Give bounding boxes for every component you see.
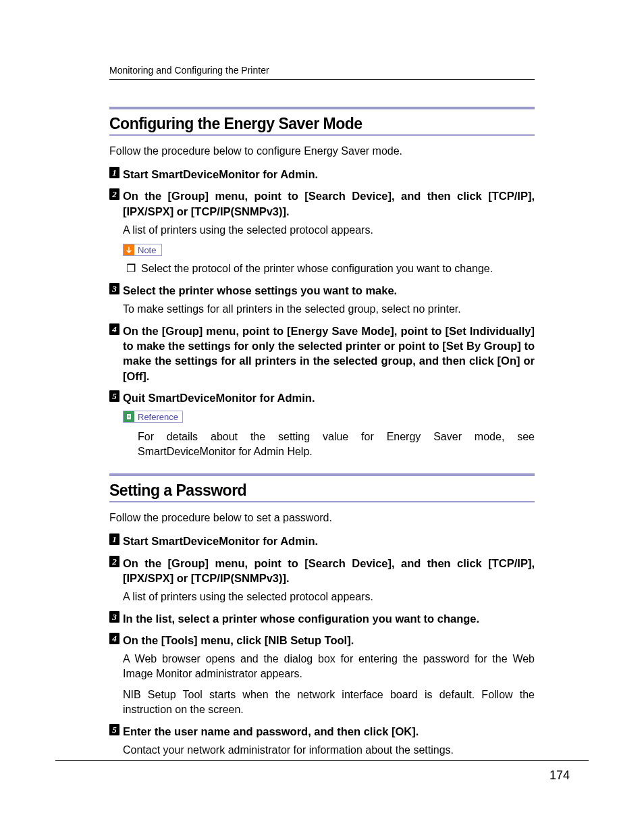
page-number: 174: [549, 768, 570, 783]
step-title: On the [Group] menu, point to [Search De…: [123, 556, 535, 586]
step-1: 1 Start SmartDeviceMonitor for Admin.: [109, 167, 535, 182]
step-number-icon: 5: [109, 724, 119, 735]
step-body: NIB Setup Tool starts when the network i…: [123, 687, 535, 716]
svg-text:2: 2: [111, 556, 117, 567]
section-rule-top: [109, 107, 535, 109]
footer-rule: [55, 760, 589, 761]
step-title: Start SmartDeviceMonitor for Admin.: [123, 533, 535, 548]
note-item: ❐ Select the protocol of the printer who…: [123, 261, 535, 276]
section-rule-bottom: [109, 501, 535, 502]
step-body: A list of printers using the selected pr…: [123, 590, 535, 604]
reference-label: Reference: [134, 412, 182, 422]
note-badge: Note: [123, 244, 162, 256]
step-title: Quit SmartDeviceMonitor for Admin.: [123, 390, 535, 405]
step-title: On the [Tools] menu, click [NIB Setup To…: [123, 633, 535, 648]
step-5: 5 Enter the user name and password, and …: [109, 724, 535, 758]
step-number-icon: 1: [109, 533, 119, 545]
step-number-icon: 5: [109, 390, 119, 402]
step-2: 2 On the [Group] menu, point to [Search …: [109, 556, 535, 604]
step-number-icon: 4: [109, 323, 119, 335]
svg-text:5: 5: [112, 725, 117, 735]
step-3: 3 In the list, select a printer whose co…: [109, 611, 535, 626]
section-intro: Follow the procedure below to configure …: [109, 145, 535, 157]
page-header: Monitoring and Configuring the Printer: [109, 65, 269, 76]
reference-badge: Reference: [123, 411, 183, 423]
section-heading: Configuring the Energy Saver Mode: [109, 115, 535, 133]
step-title: Enter the user name and password, and th…: [123, 724, 535, 739]
step-number-icon: 3: [109, 283, 119, 294]
svg-text:4: 4: [111, 324, 117, 334]
note-text: Select the protocol of the printer whose…: [141, 261, 535, 276]
svg-rect-10: [127, 414, 131, 419]
step-4: 4 On the [Group] menu, point to [Energy …: [109, 323, 535, 384]
note-label: Note: [134, 245, 161, 255]
step-5: 5 Quit SmartDeviceMonitor for Admin. Ref…: [109, 390, 535, 459]
section-intro: Follow the procedure below to set a pass…: [109, 512, 535, 524]
step-title: On the [Group] menu, point to [Search De…: [123, 188, 535, 219]
step-number-icon: 2: [109, 556, 119, 567]
step-title: Start SmartDeviceMonitor for Admin.: [123, 167, 535, 182]
section-rule-top: [109, 473, 535, 476]
reference-icon: [124, 411, 134, 422]
step-number-icon: 3: [109, 611, 119, 623]
down-arrow-icon: [124, 244, 134, 255]
svg-text:2: 2: [111, 189, 117, 199]
step-1: 1 Start SmartDeviceMonitor for Admin.: [109, 533, 535, 548]
step-2: 2 On the [Group] menu, point to [Search …: [109, 188, 535, 276]
step-body: A Web browser opens and the dialog box f…: [123, 652, 535, 681]
step-4: 4 On the [Tools] menu, click [NIB Setup …: [109, 633, 535, 717]
svg-text:3: 3: [111, 284, 117, 294]
step-number-icon: 4: [109, 633, 119, 644]
svg-text:1: 1: [112, 167, 117, 178]
svg-text:1: 1: [112, 534, 117, 544]
step-title: Select the printer whose settings you wa…: [123, 283, 535, 298]
bullet-icon: ❐: [126, 261, 141, 276]
step-body: To make settings for all printers in the…: [123, 302, 535, 317]
reference-text: For details about the setting value for …: [123, 429, 535, 459]
step-3: 3 Select the printer whose settings you …: [109, 283, 535, 317]
step-body: Contact your network administrator for i…: [123, 743, 535, 758]
step-number-icon: 2: [109, 188, 119, 200]
svg-text:5: 5: [112, 391, 117, 401]
svg-text:3: 3: [111, 612, 117, 622]
section-energy-saver: Configuring the Energy Saver Mode Follow…: [109, 107, 535, 459]
step-number-icon: 1: [109, 167, 119, 178]
section-password: Setting a Password Follow the procedure …: [109, 473, 535, 757]
svg-text:4: 4: [111, 633, 117, 644]
step-title: On the [Group] menu, point to [Energy Sa…: [123, 323, 535, 384]
step-title: In the list, select a printer whose conf…: [123, 611, 535, 626]
section-rule-bottom: [109, 134, 535, 136]
section-heading: Setting a Password: [109, 481, 535, 500]
step-body: A list of printers using the selected pr…: [123, 223, 535, 238]
